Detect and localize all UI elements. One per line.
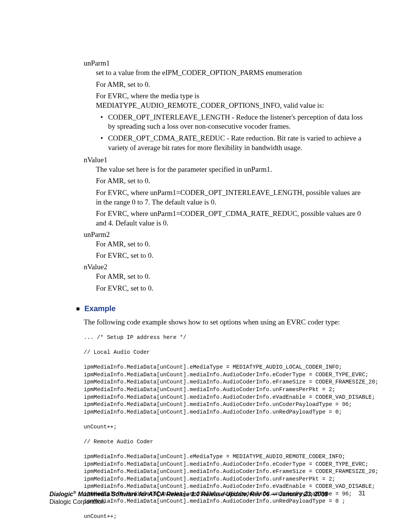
page-number: 31 [358,490,365,497]
bullet-item: CODER_OPT_CDMA_RATE_REDUC - Rate reducti… [100,134,365,152]
param-def: set to a value from the eIPM_CODER_OPTIO… [96,68,365,78]
footer-org: Dialogic Corporation [49,498,365,505]
param-def: The value set here is for the parameter … [96,165,365,174]
param-term-unparm1: unParm1 [84,59,365,67]
page-body: unParm1 set to a value from the eIPM_COD… [0,0,411,520]
param-def: For AMR, set to 0. [96,240,365,249]
param-def: For EVRC, set to 0. [96,284,365,293]
footer-title-line: Dialogic® Multimedia Software for ATCA R… [49,490,365,498]
footer-brand: Dialogic [49,491,73,497]
page-footer: Dialogic® Multimedia Software for ATCA R… [49,490,365,505]
example-intro: The following code example shows how to … [84,318,365,327]
square-bullet-icon: ■ [76,305,80,312]
param-term-nvalue1: nValue1 [84,156,365,164]
param-def: For EVRC, where unParm1=CODER_OPT_CDMA_R… [96,209,365,228]
footer-title-rest: Multimedia Software for ATCA Release 1.0… [76,491,328,497]
param-def: For EVRC, set to 0. [96,251,365,260]
param-term-unparm2: unParm2 [84,230,365,239]
param-def: For AMR, set to 0. [96,176,365,186]
param-def: For EVRC, where unParm1=CODER_OPT_INTERL… [96,188,365,207]
bullet-item: CODER_OPT_INTERLEAVE_LENGTH - Reduce the… [100,113,365,131]
param-def: For EVRC, where the media type is MEDIAT… [96,91,365,110]
param-term-nvalue2: nValue2 [84,263,365,271]
example-heading-text: Example [84,304,116,313]
example-heading: ■Example [76,304,365,313]
param-def: For AMR, set to 0. [96,80,365,89]
param-bullets: CODER_OPT_INTERLEAVE_LENGTH - Reduce the… [100,113,365,153]
param-def: For AMR, set to 0. [96,272,365,281]
